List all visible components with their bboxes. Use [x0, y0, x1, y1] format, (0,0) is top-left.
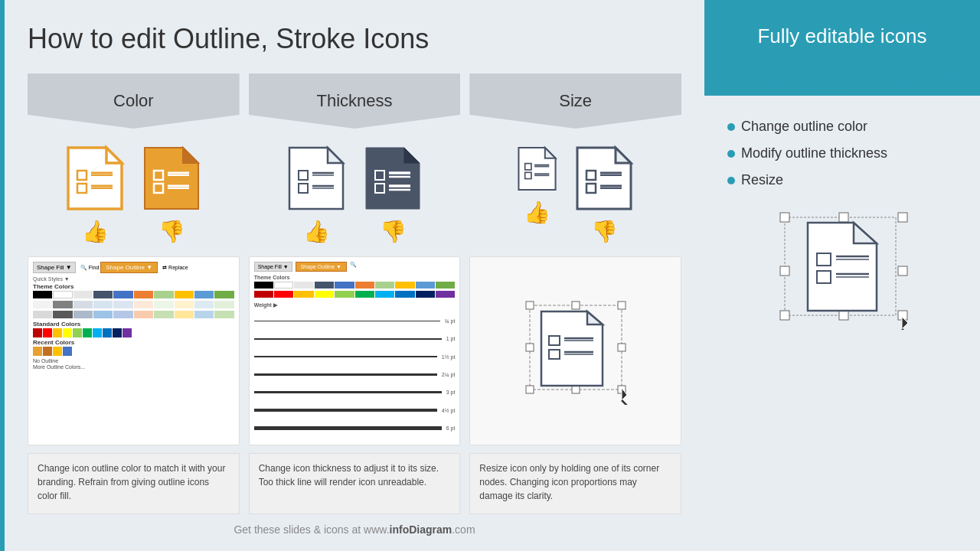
thickness-picker-mockup: Shape Fill ▼ Shape Outline ▼ 🔍 Theme Col…: [250, 257, 460, 445]
svg-marker-33: [545, 148, 556, 158]
size-header: Size: [469, 73, 681, 129]
doc-icon-large: [573, 144, 635, 213]
svg-rect-51: [618, 302, 626, 309]
color-icon-good: 👍: [64, 144, 126, 244]
size-description: Resize icon only by holding one of its c…: [469, 453, 681, 514]
svg-rect-69: [839, 213, 848, 222]
svg-line-85: [902, 329, 909, 330]
doc-icon-thick: [362, 144, 423, 213]
sidebar-header: Fully editable icons: [704, 0, 980, 73]
footer-brand: infoDiagram: [390, 523, 452, 536]
left-accent-bar: [0, 0, 5, 551]
svg-rect-72: [898, 266, 907, 276]
bullet-item-3: Resize: [727, 172, 957, 188]
thumb-up-color: 👍: [82, 219, 109, 244]
bullet-label-1: Change outline color: [741, 119, 867, 135]
doc-icon-small: [516, 144, 558, 194]
thickness-column: Thickness 👍: [249, 73, 461, 514]
feature-list: Change outline color Modify outline thic…: [727, 119, 957, 188]
svg-rect-50: [572, 302, 580, 309]
thumb-up-thickness: 👍: [303, 219, 330, 244]
svg-rect-54: [526, 386, 534, 393]
svg-marker-77: [854, 223, 877, 243]
footer-text-prefix: Get these slides & icons at www.: [234, 523, 389, 536]
color-icons-row: 👍 👎: [28, 144, 240, 244]
svg-rect-55: [572, 386, 580, 393]
svg-marker-9: [183, 148, 198, 163]
footer: Get these slides & icons at www.infoDiag…: [28, 523, 681, 536]
size-icons-row: 👍 👎: [469, 144, 681, 244]
doc-icon-orange-light: [64, 144, 126, 213]
color-description: Change icon outline color to match it wi…: [28, 453, 240, 514]
svg-marker-41: [616, 148, 631, 163]
page-title: How to edit Outline, Stroke Icons: [28, 23, 681, 55]
sidebar-title: Fully editable icons: [727, 24, 957, 48]
svg-rect-68: [780, 213, 789, 222]
bullet-item-2: Modify outline thickness: [727, 145, 957, 161]
color-column: Color 👍: [28, 73, 240, 514]
svg-rect-70: [898, 213, 907, 222]
color-picker-mockup: Shape Fill ▼ 🔍 Find Shape Outline ▼ ⇄ Re…: [28, 257, 239, 445]
size-icon-large: 👎: [573, 144, 635, 244]
size-column: Size 👍: [469, 73, 681, 514]
size-demo-mockup: [470, 257, 681, 445]
color-screenshot: Shape Fill ▼ 🔍 Find Shape Outline ▼ ⇄ Re…: [28, 256, 240, 445]
thickness-icons-row: 👍 👎: [249, 144, 461, 244]
thumb-down-size: 👎: [591, 219, 618, 244]
thumb-up-size: 👍: [524, 200, 550, 225]
svg-marker-58: [587, 311, 603, 324]
sidebar-chevron: [704, 73, 980, 96]
svg-rect-74: [839, 311, 848, 320]
thumb-down-thickness: 👎: [380, 219, 407, 244]
svg-rect-49: [526, 302, 534, 309]
size-resize-demo-svg: [514, 298, 637, 405]
thickness-icon-bad: 👎: [362, 144, 423, 244]
bullet-item-1: Change outline color: [727, 119, 957, 135]
sidebar-body: Change outline color Modify outline thic…: [704, 96, 980, 551]
svg-marker-1: [106, 148, 122, 163]
doc-icon-orange-filled: [141, 144, 202, 213]
thickness-icon-good: 👍: [286, 144, 347, 244]
svg-marker-17: [328, 148, 343, 163]
size-icon-small: 👍: [516, 144, 558, 244]
color-icon-bad: 👎: [141, 144, 202, 244]
doc-icon-thin: [286, 144, 347, 213]
svg-rect-71: [780, 266, 789, 276]
bullet-label-2: Modify outline thickness: [741, 145, 887, 161]
bullet-dot-1: [727, 123, 735, 131]
columns-container: Color 👍: [28, 73, 681, 514]
thickness-header: Thickness: [249, 73, 461, 129]
footer-suffix: .com: [452, 523, 475, 536]
size-screenshot: [469, 256, 681, 445]
color-header: Color: [28, 73, 240, 129]
thumb-down-color: 👎: [158, 219, 185, 244]
svg-rect-52: [526, 344, 534, 351]
thickness-description: Change icon thickness to adjust it to it…: [249, 453, 461, 514]
main-content: How to edit Outline, Stroke Icons Color: [5, 0, 704, 551]
thickness-screenshot: Shape Fill ▼ Shape Outline ▼ 🔍 Theme Col…: [249, 256, 461, 445]
bullet-dot-2: [727, 150, 735, 158]
svg-rect-53: [618, 344, 626, 351]
sidebar: Fully editable icons Change outline colo…: [704, 0, 980, 551]
resize-demo: [727, 211, 957, 330]
svg-line-66: [622, 400, 628, 405]
svg-marker-25: [404, 148, 420, 163]
bullet-label-3: Resize: [741, 172, 783, 188]
sidebar-resize-demo-svg: [773, 211, 911, 330]
bullet-dot-3: [727, 177, 735, 184]
svg-rect-73: [780, 311, 789, 320]
